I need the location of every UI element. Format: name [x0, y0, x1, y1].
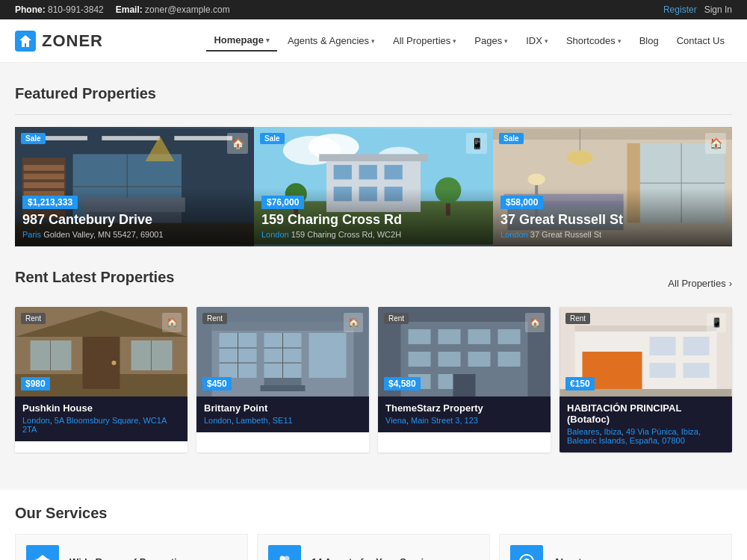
rent-card-1-price: $980: [21, 377, 50, 391]
featured-card-2-addr: London 159 Charing Cross Rd, WC2H: [261, 230, 486, 239]
nav-agents[interactable]: Agents & Agencies ▾: [280, 31, 382, 51]
email-value: zoner@example.com: [145, 4, 230, 15]
rent-header: Rent Latest Properties All Properties ›: [15, 269, 732, 298]
svg-rect-26: [385, 165, 403, 179]
rent-card-3[interactable]: Rent 🏠 $4,580 ThemeStarz Property Viena,…: [378, 307, 551, 452]
service-card-3[interactable]: About us: [499, 534, 732, 560]
rent-card-3-body: ThemeStarz Property Viena, Main Street 3…: [378, 396, 551, 432]
service-card-1[interactable]: Wide Range of Properties: [15, 534, 248, 560]
svg-point-43: [567, 151, 593, 165]
featured-card-2-badge: Sale: [260, 133, 285, 144]
featured-card-3-addr: London 37 Great Russell St: [500, 230, 725, 239]
rent-card-2-name: Brittany Point: [204, 402, 362, 414]
rent-card-2-badge: Rent: [202, 313, 227, 324]
service-2-icon: [268, 545, 301, 560]
home-icon: 🏠: [162, 313, 182, 332]
chevron-down-icon: ▾: [504, 37, 508, 45]
svg-rect-83: [453, 374, 476, 396]
svg-rect-76: [498, 329, 521, 344]
nav-shortcodes[interactable]: Shortcodes ▾: [559, 31, 629, 51]
svg-rect-79: [468, 352, 491, 367]
service-card-2[interactable]: 14 Agents for Your Service: [257, 534, 490, 560]
featured-card-3[interactable]: Sale 🏠 $58,000 37 Great Russell St Londo…: [493, 127, 732, 246]
rent-section: Rent Latest Properties All Properties ›: [15, 269, 732, 452]
rent-card-1-badge: Rent: [21, 313, 46, 324]
nav-all-properties[interactable]: All Properties ▾: [385, 31, 464, 51]
top-bar: Phone: 810-991-3842 Email: zoner@example…: [0, 0, 747, 19]
svg-rect-74: [438, 329, 461, 344]
svg-rect-24: [334, 165, 352, 179]
svg-rect-90: [684, 363, 710, 378]
all-properties-link[interactable]: All Properties ›: [668, 278, 732, 289]
svg-rect-69: [264, 378, 302, 385]
svg-point-45: [528, 174, 545, 186]
featured-card-1-addr: Paris Golden Valley, MN 55427, 69001: [22, 230, 247, 239]
chevron-down-icon: ▾: [545, 37, 548, 45]
rent-card-3-name: ThemeStarz Property: [385, 402, 543, 414]
rent-card-4-name: HABITACIÓN PRINCIPAL (Botafoc): [567, 402, 725, 425]
rent-card-3-addr: Viena, Main Street 3, 123: [385, 416, 543, 425]
sign-in-link[interactable]: Sign In: [704, 4, 732, 15]
svg-rect-30: [319, 154, 427, 161]
featured-grid: Sale 🏠 $1,213,333 987 Cantebury Drive Pa…: [15, 127, 732, 246]
phone-label: Phone: 810-991-3842: [15, 4, 104, 15]
rent-card-2[interactable]: Rent 🏠 $450 Brittany Point London, Lambe…: [196, 307, 369, 452]
nav-pages[interactable]: Pages ▾: [467, 31, 515, 51]
rent-card-3-badge: Rent: [384, 313, 409, 324]
rent-card-4-body: HABITACIÓN PRINCIPAL (Botafoc) Baleares,…: [560, 396, 732, 452]
home-icon: 🏠: [525, 313, 545, 332]
featured-card-3-price: $58,000: [500, 196, 543, 209]
rent-title: Rent Latest Properties: [15, 269, 174, 286]
rent-card-4-badge: Rent: [565, 313, 590, 324]
nav-homepage[interactable]: Homepage ▾: [206, 30, 276, 52]
rent-card-4-addr: Baleares, Ibiza, 49 Via Púnica, Ibiza, B…: [567, 427, 725, 445]
svg-rect-78: [438, 352, 461, 367]
nav-blog[interactable]: Blog: [632, 31, 666, 51]
chevron-right-icon: ›: [729, 278, 732, 289]
mobile-icon: 📱: [466, 133, 487, 154]
rent-grid: Rent 🏠 $980 Pushkin House London, 5A Blo…: [15, 307, 732, 452]
chevron-down-icon: ▾: [371, 37, 375, 45]
featured-section: Featured Properties: [15, 85, 732, 246]
featured-card-3-name: 37 Great Russell St: [500, 212, 725, 228]
rent-card-3-price: $4,580: [384, 377, 421, 391]
top-bar-contact: Phone: 810-991-3842 Email: zoner@example…: [15, 4, 230, 15]
logo[interactable]: ZONER: [15, 31, 103, 52]
svg-rect-80: [498, 352, 521, 367]
rent-card-1-body: Pushkin House London, 5A Bloomsbury Squa…: [15, 396, 187, 441]
rent-card-4-price: €150: [565, 377, 595, 391]
featured-card-2[interactable]: Sale 📱 $76,000 159 Charing Cross Rd Lond…: [254, 127, 493, 246]
home-icon: 🏠: [705, 133, 726, 154]
email-label: Email: zoner@example.com: [116, 4, 230, 15]
top-bar-auth: Register Sign In: [663, 4, 732, 15]
featured-card-1-badge: Sale: [21, 133, 46, 144]
rent-card-4[interactable]: Rent 📱 €150 HABITACIÓN PRINCIPAL (Botafo…: [560, 307, 732, 452]
featured-card-1-overlay: $1,213,333 987 Cantebury Drive Paris Gol…: [15, 188, 254, 246]
svg-rect-73: [409, 329, 431, 344]
service-3-label: About us: [554, 556, 595, 561]
featured-card-1-name: 987 Cantebury Drive: [22, 212, 247, 228]
home-icon: 🏠: [227, 133, 248, 154]
svg-rect-88: [684, 337, 710, 355]
nav-contact[interactable]: Contact Us: [669, 31, 732, 51]
svg-rect-68: [212, 322, 354, 331]
main-nav: Homepage ▾ Agents & Agencies ▾ All Prope…: [206, 30, 732, 52]
nav-idx[interactable]: IDX ▾: [518, 31, 556, 51]
featured-card-3-overlay: $58,000 37 Great Russell St London 37 Gr…: [493, 188, 732, 246]
chevron-down-icon: ▾: [618, 37, 622, 45]
service-1-label: Wide Range of Properties: [69, 556, 187, 561]
rent-card-2-addr: London, Lambeth, SE11: [204, 416, 362, 425]
chevron-down-icon: ▾: [453, 37, 456, 45]
featured-card-1-price: $1,213,333: [22, 196, 78, 209]
svg-rect-77: [409, 352, 431, 367]
svg-point-51: [112, 361, 117, 365]
featured-card-2-overlay: $76,000 159 Charing Cross Rd London 159 …: [254, 188, 493, 246]
services-grid: Wide Range of Properties 14 Agents for Y…: [15, 534, 732, 560]
svg-point-94: [280, 556, 285, 561]
featured-card-1[interactable]: Sale 🏠 $1,213,333 987 Cantebury Drive Pa…: [15, 127, 254, 246]
featured-card-3-badge: Sale: [499, 133, 524, 144]
rent-card-1[interactable]: Rent 🏠 $980 Pushkin House London, 5A Blo…: [15, 307, 187, 452]
service-1-icon: [26, 545, 59, 560]
register-link[interactable]: Register: [663, 4, 697, 15]
phone-number: 810-991-3842: [48, 4, 104, 15]
